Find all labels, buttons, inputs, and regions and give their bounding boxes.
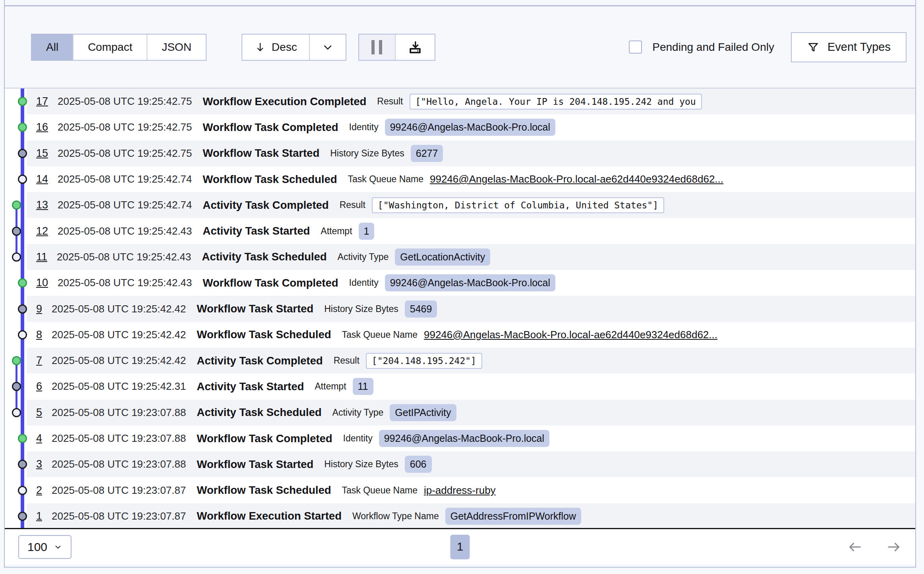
task-queue-link[interactable]: 99246@Angelas-MacBook-Pro.local-ae62d440… <box>424 329 717 341</box>
event-status-dot-hollow <box>18 486 27 495</box>
task-queue-link[interactable]: 99246@Angelas-MacBook-Pro.local-ae62d440… <box>430 173 723 185</box>
event-name: Workflow Task Scheduled <box>197 328 331 341</box>
event-types-label: Event Types <box>827 40 891 54</box>
event-row[interactable]: 132025-05-08 UTC 19:25:42.74Activity Tas… <box>27 192 915 218</box>
event-result-box: ["Hello, Angela. Your IP is 204.148.195.… <box>410 94 702 110</box>
current-page-button[interactable]: 1 <box>450 535 470 559</box>
event-attribute-label: Task Queue Name <box>342 329 417 340</box>
event-timestamp: 2025-05-08 UTC 19:23:07.88 <box>52 406 186 419</box>
event-row[interactable]: 22025-05-08 UTC 19:23:07.87Workflow Task… <box>27 477 915 503</box>
chevron-down-icon <box>54 543 62 551</box>
event-name: Workflow Task Started <box>203 147 319 160</box>
pending-failed-filter: Pending and Failed Only <box>629 40 774 54</box>
event-history-panel: All Compact JSON Desc <box>4 0 916 568</box>
event-row[interactable]: 42025-05-08 UTC 19:23:07.88Workflow Task… <box>27 426 915 451</box>
event-id-link[interactable]: 14 <box>36 173 48 185</box>
event-row[interactable]: 152025-05-08 UTC 19:25:42.75Workflow Tas… <box>27 141 915 166</box>
event-id-link[interactable]: 3 <box>36 458 42 470</box>
download-button[interactable] <box>395 35 435 60</box>
event-id-link[interactable]: 12 <box>36 225 48 237</box>
event-row[interactable]: 102025-05-08 UTC 19:25:42.43Workflow Tas… <box>27 270 915 296</box>
view-mode-tabs: All Compact JSON <box>31 34 207 61</box>
event-attribute-label: Result <box>377 96 403 107</box>
event-timestamp: 2025-05-08 UTC 19:25:42.31 <box>52 380 186 393</box>
event-timestamp: 2025-05-08 UTC 19:25:42.75 <box>58 95 192 108</box>
event-id-link[interactable]: 10 <box>36 277 48 289</box>
sort-desc-button[interactable]: Desc <box>242 35 309 60</box>
page-nav <box>847 539 902 555</box>
event-timestamp: 2025-05-08 UTC 19:25:42.42 <box>52 329 186 341</box>
event-attribute-label: Result <box>334 355 360 366</box>
tab-all[interactable]: All <box>32 35 73 60</box>
event-id-link[interactable]: 15 <box>36 147 48 160</box>
event-id-link[interactable]: 4 <box>36 432 42 445</box>
event-row[interactable]: 122025-05-08 UTC 19:25:42.43Activity Tas… <box>27 218 915 244</box>
event-row[interactable]: 82025-05-08 UTC 19:25:42.42Workflow Task… <box>27 322 915 348</box>
event-id-link[interactable]: 5 <box>36 406 42 419</box>
event-status-dot-gray <box>18 149 27 158</box>
event-attribute-badge: 5469 <box>405 300 437 318</box>
event-id-link[interactable]: 11 <box>36 251 47 263</box>
event-row[interactable]: 52025-05-08 UTC 19:23:07.88Activity Task… <box>27 400 915 426</box>
sort-expand-button[interactable] <box>309 35 346 60</box>
event-attribute-badge: 6277 <box>411 145 443 162</box>
event-attribute-badge: 99246@Angelas-MacBook-Pro.local <box>379 430 549 447</box>
pending-failed-label: Pending and Failed Only <box>652 41 774 54</box>
event-row[interactable]: 72025-05-08 UTC 19:25:42.42Activity Task… <box>27 348 915 374</box>
event-id-link[interactable]: 1 <box>36 510 42 522</box>
event-status-dot-gray <box>18 512 27 521</box>
event-status-dot-gray <box>18 460 27 469</box>
event-id-link[interactable]: 16 <box>36 121 48 133</box>
event-attribute-label: Workflow Type Name <box>352 511 439 522</box>
event-types-button[interactable]: Event Types <box>791 32 907 62</box>
event-timestamp: 2025-05-08 UTC 19:25:42.43 <box>58 225 192 237</box>
tab-json[interactable]: JSON <box>147 35 206 60</box>
event-row[interactable]: 112025-05-08 UTC 19:25:42.43Activity Tas… <box>27 244 915 270</box>
event-row[interactable]: 12025-05-08 UTC 19:23:07.87Workflow Exec… <box>27 503 915 529</box>
event-row[interactable]: 92025-05-08 UTC 19:25:42.42Workflow Task… <box>27 296 915 322</box>
event-id-link[interactable]: 2 <box>36 484 42 497</box>
event-row[interactable]: 142025-05-08 UTC 19:25:42.74Workflow Tas… <box>27 166 915 192</box>
event-attribute-badge: 99246@Angelas-MacBook-Pro.local <box>385 274 555 291</box>
event-row[interactable]: 162025-05-08 UTC 19:25:42.75Workflow Tas… <box>27 114 915 140</box>
event-row[interactable]: 32025-05-08 UTC 19:23:07.88Workflow Task… <box>27 451 915 477</box>
event-id-link[interactable]: 7 <box>36 354 42 367</box>
next-page-button[interactable] <box>886 539 902 555</box>
pause-button[interactable] <box>359 35 395 60</box>
event-row[interactable]: 172025-05-08 UTC 19:25:42.75Workflow Exe… <box>27 89 915 114</box>
event-attribute-label: Activity Type <box>338 252 389 262</box>
event-attribute-label: Task Queue Name <box>348 174 423 185</box>
event-attribute-label: Result <box>340 200 365 210</box>
event-id-link[interactable]: 6 <box>36 380 42 393</box>
page-size-value: 100 <box>27 540 47 554</box>
event-timestamp: 2025-05-08 UTC 19:25:42.74 <box>58 199 192 211</box>
event-timestamp: 2025-05-08 UTC 19:25:42.42 <box>52 303 186 315</box>
event-row[interactable]: 62025-05-08 UTC 19:25:42.31Activity Task… <box>27 374 915 399</box>
pending-failed-checkbox[interactable] <box>629 40 642 54</box>
event-name: Workflow Task Completed <box>203 121 338 134</box>
tab-compact[interactable]: Compact <box>73 35 147 60</box>
event-name: Activity Task Completed <box>197 354 323 367</box>
event-timestamp: 2025-05-08 UTC 19:25:42.75 <box>58 121 192 133</box>
arrow-right-icon <box>886 539 902 555</box>
event-name: Workflow Task Completed <box>197 432 332 445</box>
event-result-box: ["204.148.195.242"] <box>366 353 482 369</box>
event-id-link[interactable]: 17 <box>36 95 48 108</box>
event-attribute-badge: GetIPActivity <box>390 404 456 421</box>
page-size-select[interactable]: 100 <box>18 535 72 559</box>
event-status-dot-hollow <box>18 175 27 184</box>
task-queue-link[interactable]: ip-address-ruby <box>424 484 496 497</box>
event-name: Workflow Execution Started <box>197 510 342 522</box>
event-attribute-badge: 1 <box>359 223 375 240</box>
arrow-left-icon <box>847 539 863 555</box>
event-id-link[interactable]: 8 <box>36 329 42 341</box>
event-attribute-badge: 606 <box>405 456 432 473</box>
pagination-bar: 100 1 <box>5 529 915 564</box>
event-id-link[interactable]: 13 <box>36 199 48 211</box>
event-name: Activity Task Scheduled <box>197 406 321 419</box>
previous-page-button[interactable] <box>847 539 863 555</box>
event-id-link[interactable]: 9 <box>36 303 42 315</box>
event-status-dot-green <box>18 278 27 287</box>
download-icon <box>408 40 423 55</box>
event-history-toolbar: All Compact JSON Desc <box>5 6 915 89</box>
